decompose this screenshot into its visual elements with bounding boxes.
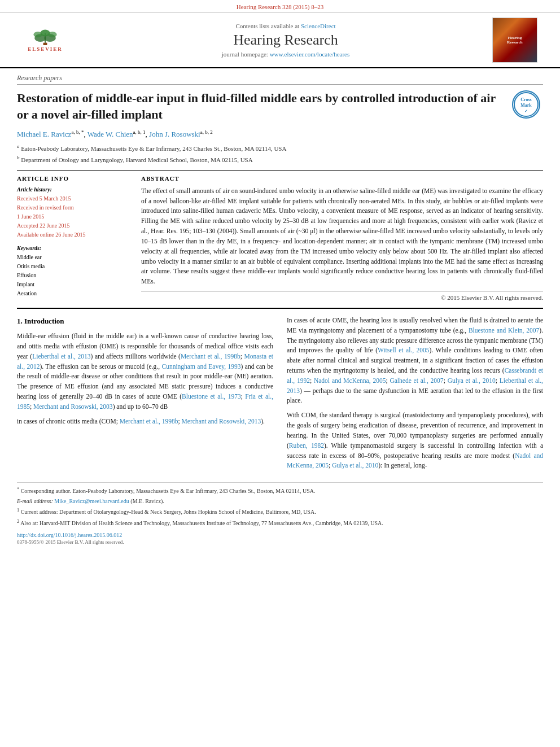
footnote-corresponding: * Corresponding author. Eaton-Peabody La… [17, 486, 543, 495]
main-content: Research papers Restoration of middle-ea… [0, 68, 560, 551]
svg-rect-6 [43, 43, 47, 45]
history-item-2: 1 June 2015 [17, 212, 130, 221]
body-column-right: In cases of acute OME, the hearing loss … [287, 316, 543, 475]
footnote-1: 1 Current address: Department of Otolary… [17, 507, 543, 516]
footnote-2: 2 Also at: Harvard-MIT Division of Healt… [17, 518, 543, 527]
doi-line[interactable]: http://dx.doi.org/10.1016/j.heares.2015.… [17, 532, 543, 538]
elsevier-wordmark: ELSEVIER [28, 46, 63, 52]
journal-cover-area: HearingResearch [492, 18, 549, 63]
svg-point-4 [33, 32, 42, 37]
homepage-link[interactable]: www.elsevier.com/locate/heares [270, 51, 350, 58]
author1-sup: a, b, * [71, 129, 84, 135]
history-item-1: Received in revised form [17, 203, 130, 212]
footnote-email: E-mail address: Mike_Ravicz@meei.harvard… [17, 497, 543, 505]
ref-bluestone-klein[interactable]: Bluestone and Klein, 2007 [469, 327, 539, 334]
ref-gulya-2010[interactable]: Gulya et al., 2010 [448, 377, 496, 384]
svg-text:Cross: Cross [520, 97, 531, 102]
journal-citation-bar: Hearing Research 328 (2015) 8–23 [0, 0, 560, 13]
info-columns: ARTICLE INFO Article history: Received 5… [17, 170, 543, 301]
journal-header: ELSEVIER Contents lists available at Sci… [0, 13, 560, 68]
ref-bluestone-1973[interactable]: Bluestone et al., 1973 [182, 393, 241, 400]
abstract-title: ABSTRACT [141, 175, 543, 182]
ref-merchant-1998b-2[interactable]: Merchant et al., 1998b [120, 418, 178, 425]
history-item-4: Available online 26 June 2015 [17, 230, 130, 239]
body-para-3: In cases of acute OME, the hearing loss … [287, 316, 543, 406]
section-label: Research papers [17, 74, 543, 85]
journal-cover-image: HearingResearch [492, 18, 537, 63]
author2-sup: a, b, 1 [133, 129, 146, 135]
history-item-0: Received 5 March 2015 [17, 194, 130, 203]
article-title: Restoration of middle-ear input in fluid… [17, 90, 543, 123]
crossmark-badge[interactable]: Cross Mark ✓ [512, 90, 543, 121]
affiliation-2: b Department of Otology and Laryngology,… [17, 154, 543, 164]
body-columns: 1. Introduction Middle-ear effusion (flu… [17, 316, 543, 475]
elsevier-tree-icon [23, 28, 68, 45]
keywords-label: Keywords: [17, 245, 130, 251]
body-para-1: Middle-ear effusion (fluid in the middle… [17, 331, 273, 412]
body-para-2: in cases of chronic otitis media (COM; M… [17, 417, 273, 427]
keyword-1: Otitis media [17, 262, 130, 271]
history-item-3: Accepted 22 June 2015 [17, 221, 130, 230]
email-link[interactable]: Mike_Ravicz@meei.harvard.edu [54, 498, 129, 504]
body-para-4: With COM, the standard therapy is surgic… [287, 410, 543, 471]
article-info-title: ARTICLE INFO [17, 175, 130, 182]
author1-link[interactable]: Michael E. Ravicz [17, 130, 71, 139]
abstract-text: The effect of small amounts of air on so… [141, 186, 543, 287]
svg-point-5 [48, 32, 56, 37]
affiliation-1: a Eaton-Peabody Laboratory, Massachusett… [17, 143, 543, 153]
ref-nadol-mckenna[interactable]: Nadol and McKenna, 2005 [314, 377, 386, 384]
journal-title: Hearing Research [79, 32, 492, 49]
ref-galhede-2007[interactable]: Galhede et al., 2007 [390, 377, 443, 384]
elsevier-logo: ELSEVIER [20, 28, 71, 53]
svg-text:Mark: Mark [520, 103, 532, 108]
affiliations: a Eaton-Peabody Laboratory, Massachusett… [17, 143, 543, 164]
journal-cover-text: HearingResearch [507, 36, 522, 45]
journal-citation: Hearing Research 328 (2015) 8–23 [237, 3, 324, 10]
keyword-0: Middle ear [17, 253, 130, 262]
doi-link[interactable]: http://dx.doi.org/10.1016/j.heares.2015.… [17, 532, 122, 538]
contents-line: Contents lists available at ScienceDirec… [79, 23, 492, 29]
ref-merchant-1998b[interactable]: Merchant et al., 1998b [181, 353, 240, 360]
author3-sup: a, b, 2 [200, 129, 213, 135]
abstract-column: ABSTRACT The effect of small amounts of … [141, 175, 543, 301]
ref-witsell-2005[interactable]: Witsell et al., 2005 [378, 347, 430, 353]
ref-cunningham-eavey[interactable]: Cunningham and Eavey, 1993 [161, 363, 240, 370]
publisher-logo-area: ELSEVIER [11, 28, 79, 53]
body-divider [17, 308, 543, 309]
ref-merchant-rosowski-2013[interactable]: Merchant and Rosowski, 2013 [182, 418, 261, 425]
ref-ruben-1982[interactable]: Ruben, 1982 [289, 442, 324, 449]
keywords-section: Keywords: Middle ear Otitis media Effusi… [17, 245, 130, 298]
author3-link[interactable]: John J. Rosowski [149, 130, 200, 139]
history-label: Article history: [17, 186, 130, 193]
author2-link[interactable]: Wade W. Chien [88, 130, 133, 139]
body-column-left: 1. Introduction Middle-ear effusion (flu… [17, 316, 273, 475]
crossmark-icon: Cross Mark ✓ [512, 90, 540, 119]
svg-text:✓: ✓ [524, 109, 528, 113]
sciencedirect-link[interactable]: ScienceDirect [301, 23, 336, 29]
journal-header-center: Contents lists available at ScienceDirec… [79, 23, 492, 58]
journal-homepage: journal homepage: www.elsevier.com/locat… [79, 51, 492, 58]
ref-nadol-mckenna-2[interactable]: Nadol and McKenna, 2005 [287, 452, 543, 469]
authors-line: Michael E. Ravicza, b, *, Wade W. Chiena… [17, 129, 543, 139]
section1-heading: 1. Introduction [17, 316, 273, 327]
copyright-line: © 2015 Elsevier B.V. All rights reserved… [141, 291, 543, 301]
ref-lieberthal-2013[interactable]: Lieberthal et al., 2013 [32, 353, 90, 360]
ref-merchant-rosowski-2003[interactable]: Merchant and Rosowski, 2003 [33, 403, 113, 410]
article-history: Article history: Received 5 March 2015 R… [17, 186, 130, 239]
article-info-column: ARTICLE INFO Article history: Received 5… [17, 175, 130, 301]
keyword-2: Effusion [17, 271, 130, 280]
ref-gulya-2010-2[interactable]: Gulya et al., 2010 [332, 462, 378, 469]
keyword-4: Aeration [17, 289, 130, 298]
footnotes-section: * Corresponding author. Eaton-Peabody La… [17, 482, 543, 527]
keyword-3: Implant [17, 280, 130, 289]
issn-line: 0378-5955/© 2015 Elsevier B.V. All right… [17, 539, 543, 545]
